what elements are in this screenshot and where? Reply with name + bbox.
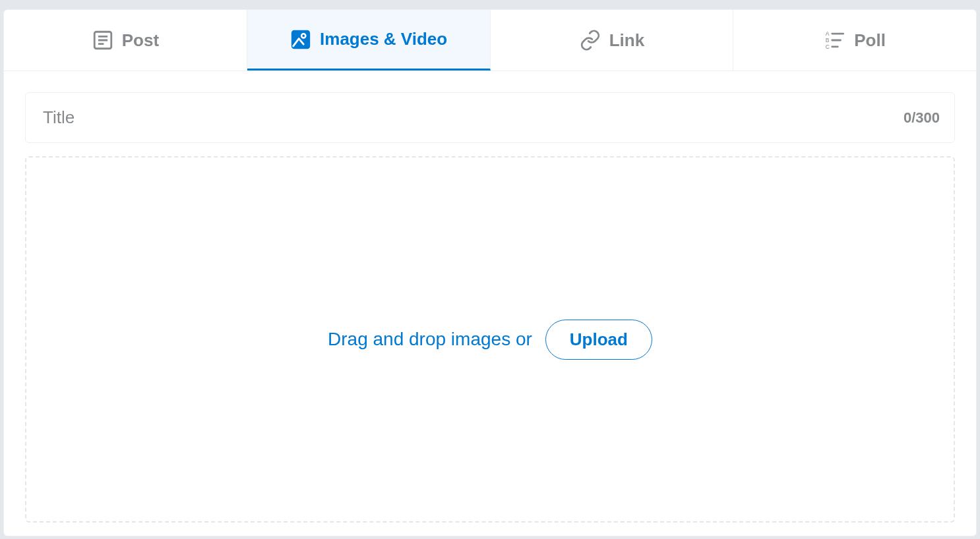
media-dropzone[interactable]: Drag and drop images or Upload xyxy=(25,156,955,523)
tab-post[interactable]: Post xyxy=(4,10,247,71)
tab-poll[interactable]: A B C Poll xyxy=(733,10,976,71)
compose-body: 0/300 Drag and drop images or Upload xyxy=(4,71,976,536)
title-input[interactable] xyxy=(26,93,903,142)
poll-icon: A B C xyxy=(824,29,846,51)
tab-label: Post xyxy=(122,30,159,51)
dropzone-text: Drag and drop images or xyxy=(328,329,532,350)
tab-link[interactable]: Link xyxy=(491,10,734,71)
image-icon xyxy=(290,28,312,51)
title-char-counter: 0/300 xyxy=(903,109,954,127)
svg-text:A: A xyxy=(826,30,830,37)
tab-label: Images & Video xyxy=(320,29,447,49)
link-icon xyxy=(579,29,601,51)
tab-label: Poll xyxy=(854,30,886,51)
svg-text:B: B xyxy=(826,37,830,43)
compose-tabs: Post Images & Video Link xyxy=(4,10,976,71)
tab-images-video[interactable]: Images & Video xyxy=(247,10,491,71)
upload-button[interactable]: Upload xyxy=(545,320,652,360)
tab-label: Link xyxy=(609,30,644,51)
svg-text:C: C xyxy=(826,43,830,50)
title-field-wrap: 0/300 xyxy=(25,92,955,143)
post-icon xyxy=(92,29,114,51)
post-composer-card: Post Images & Video Link xyxy=(3,9,977,536)
